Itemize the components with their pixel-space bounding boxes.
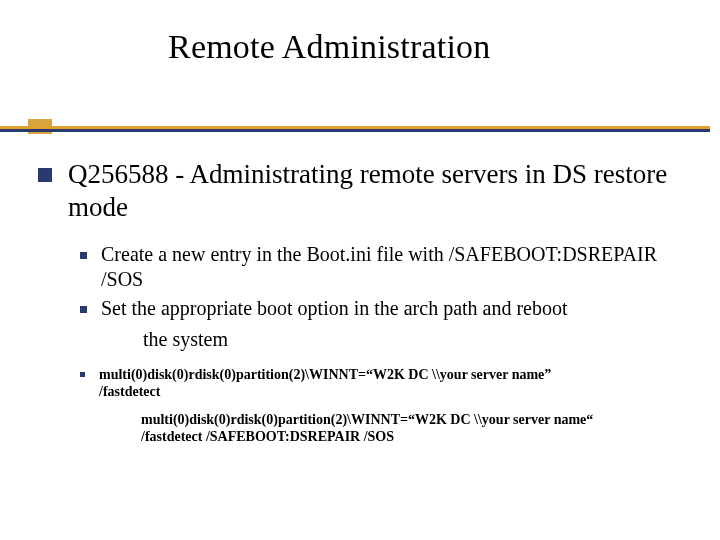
step-2-text: Set the appropriate boot option in the a… [101, 296, 568, 321]
bullet-level2: Create a new entry in the Boot.ini file … [80, 242, 692, 292]
bullet-level2: Set the appropriate boot option in the a… [80, 296, 692, 321]
slide-title: Remote Administration [168, 28, 682, 66]
code-line: /fastdetect [99, 383, 551, 401]
step-1-text: Create a new entry in the Boot.ini file … [101, 242, 692, 292]
bullet-level3: multi(0)disk(0)rdisk(0)partition(2)\WINN… [80, 366, 692, 401]
code-line: multi(0)disk(0)rdisk(0)partition(2)\WINN… [141, 411, 692, 429]
slide: Remote Administration Q256588 - Administ… [0, 0, 720, 540]
square-bullet-icon [80, 372, 85, 377]
code-bullets: multi(0)disk(0)rdisk(0)partition(2)\WINN… [80, 366, 692, 446]
title-wrap: Remote Administration [168, 28, 682, 66]
code-block-2: multi(0)disk(0)rdisk(0)partition(2)\WINN… [141, 411, 692, 446]
divider-bottom [0, 129, 710, 132]
square-bullet-icon [80, 306, 87, 313]
bullet-level1: Q256588 - Administrating remote servers … [38, 158, 692, 224]
code-block-1: multi(0)disk(0)rdisk(0)partition(2)\WINN… [99, 366, 551, 401]
topic-text: Q256588 - Administrating remote servers … [68, 158, 692, 224]
square-bullet-icon [80, 252, 87, 259]
square-bullet-icon [38, 168, 52, 182]
step-2-continuation: the system [143, 327, 692, 352]
divider [0, 126, 710, 132]
sub-bullets: Create a new entry in the Boot.ini file … [80, 242, 692, 352]
content: Q256588 - Administrating remote servers … [38, 158, 692, 446]
code-line: multi(0)disk(0)rdisk(0)partition(2)\WINN… [99, 366, 551, 384]
code-line: /fastdetect /SAFEBOOT:DSREPAIR /SOS [141, 428, 692, 446]
